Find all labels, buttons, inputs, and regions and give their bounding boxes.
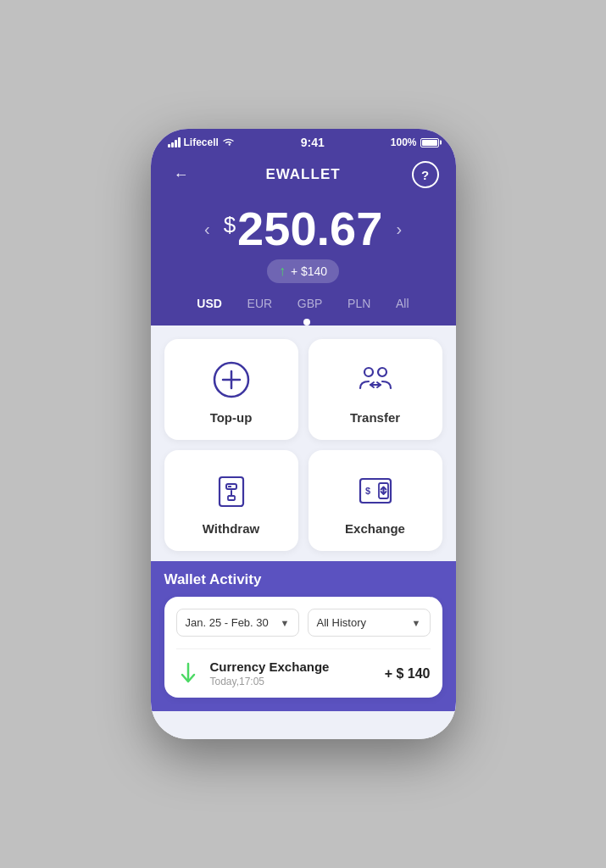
carrier-label: Lifecell: [184, 136, 219, 148]
currency-symbol: $: [224, 212, 236, 238]
tab-pln[interactable]: PLN: [341, 293, 377, 314]
transaction-arrow-icon: [176, 662, 200, 686]
action-grid: Top-up: [151, 326, 456, 561]
balance-value: 250.67: [237, 205, 382, 253]
tab-all[interactable]: All: [389, 293, 416, 314]
topup-label: Top-up: [210, 410, 253, 425]
wallet-activity-section: Wallet Activity Jan. 25 - Feb. 30 ▼ All …: [151, 561, 456, 711]
withdraw-label: Withdraw: [203, 521, 259, 536]
balance-section: ‹ $ 250.67 › ↑ + $140 USD EUR GBP PLN Al…: [151, 197, 456, 326]
withdraw-icon: [209, 469, 253, 513]
main-content: Top-up: [151, 326, 456, 739]
balance-prev-button[interactable]: ‹: [201, 216, 214, 242]
status-right: 100%: [391, 136, 439, 148]
transfer-label: Transfer: [350, 410, 400, 425]
transaction-amount: + $ 140: [385, 666, 431, 682]
history-filter-button[interactable]: All History ▼: [308, 609, 431, 637]
badge-arrow-icon: ↑: [279, 264, 286, 279]
status-left: Lifecell: [168, 136, 235, 149]
currency-tabs: USD EUR GBP PLN All: [168, 283, 439, 314]
svg-rect-7: [228, 486, 231, 487]
wallet-activity-title: Wallet Activity: [164, 571, 442, 588]
svg-rect-8: [228, 496, 235, 500]
tab-indicator: [303, 319, 310, 326]
transfer-card[interactable]: Transfer: [309, 339, 442, 440]
transaction-time: Today,17:05: [210, 676, 375, 687]
signal-bars: [168, 137, 181, 147]
exchange-card[interactable]: $ Exchange: [309, 450, 442, 551]
activity-card: Jan. 25 - Feb. 30 ▼ All History ▼: [164, 597, 442, 698]
tab-eur[interactable]: EUR: [241, 293, 280, 314]
transfer-icon: [353, 358, 398, 402]
phone-frame: Lifecell 9:41 100% ← EWALLET ? ‹: [151, 129, 456, 739]
page-title: EWALLET: [265, 166, 340, 183]
history-filter-arrow-icon: ▼: [412, 618, 421, 628]
exchange-label: Exchange: [345, 521, 405, 536]
date-filter-button[interactable]: Jan. 25 - Feb. 30 ▼: [176, 609, 299, 637]
wifi-icon: [222, 136, 235, 149]
help-button[interactable]: ?: [412, 161, 439, 188]
status-bar: Lifecell 9:41 100%: [151, 129, 456, 153]
tab-gbp[interactable]: GBP: [291, 293, 330, 314]
tab-usd[interactable]: USD: [190, 293, 229, 314]
balance-row: ‹ $ 250.67 ›: [168, 205, 439, 253]
topup-icon: [209, 358, 253, 402]
balance-amount: $ 250.67: [224, 205, 383, 253]
withdraw-card[interactable]: Withdraw: [164, 450, 298, 551]
battery-icon: [420, 138, 439, 147]
topup-card[interactable]: Top-up: [164, 339, 298, 440]
transaction-name: Currency Exchange: [210, 659, 375, 674]
date-filter-label: Jan. 25 - Feb. 30: [186, 616, 269, 629]
battery-percent: 100%: [391, 136, 417, 148]
app-header: ← EWALLET ?: [151, 153, 456, 197]
table-row: Currency Exchange Today,17:05 + $ 140: [176, 648, 431, 698]
history-filter-label: All History: [317, 616, 367, 629]
balance-next-button[interactable]: ›: [392, 216, 405, 242]
badge-amount: + $140: [291, 264, 327, 278]
transaction-info: Currency Exchange Today,17:05: [210, 659, 375, 687]
svg-text:$: $: [365, 486, 370, 496]
balance-badge: ↑ + $140: [267, 259, 339, 283]
tab-indicator-row: [280, 314, 327, 326]
svg-point-3: [364, 368, 373, 376]
svg-point-4: [378, 368, 386, 376]
exchange-icon: $: [353, 469, 398, 513]
back-button[interactable]: ←: [168, 161, 195, 188]
date-filter-arrow-icon: ▼: [281, 618, 290, 628]
filter-row: Jan. 25 - Feb. 30 ▼ All History ▼: [176, 609, 431, 637]
status-time: 9:41: [301, 136, 325, 149]
